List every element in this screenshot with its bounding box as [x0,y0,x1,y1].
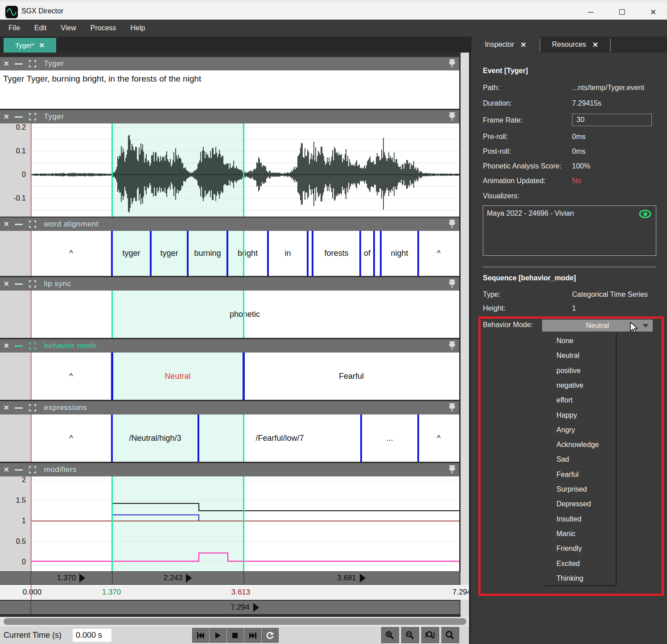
skip-to-start-button[interactable] [192,628,209,643]
close-track-icon[interactable]: ✕ [4,466,9,474]
frame-rate-input[interactable]: 30 [572,114,652,126]
segment-divider[interactable] [373,231,375,276]
segment-divider[interactable] [267,231,269,276]
close-button[interactable]: ✕ [643,7,663,18]
segment-label[interactable]: tyger [151,231,188,276]
play-segment-icon[interactable] [253,603,259,612]
tab-resources[interactable]: Resources✕ [540,37,610,53]
selection-boundary-line[interactable] [243,476,244,571]
option-positive[interactable]: positive [545,363,616,378]
horizontal-scrollbar[interactable] [0,617,469,627]
segment-divider[interactable] [360,414,362,462]
track-content-expressions[interactable]: ^/Neutral/high/3/Fearful/low/7...^ [0,414,459,462]
segment-divider[interactable] [187,231,189,276]
collapse-track-icon[interactable] [15,345,23,347]
segment-divider[interactable] [111,414,113,462]
zoom-fit-button[interactable] [421,627,439,643]
segment-divider[interactable] [417,231,419,276]
zoom-in-button[interactable] [381,627,399,643]
close-track-icon[interactable]: ✕ [4,113,9,121]
segment-divider[interactable] [380,231,382,276]
play-button[interactable] [210,628,226,643]
playhead-line[interactable] [31,414,32,462]
collapse-track-icon[interactable] [15,224,23,225]
option-negative[interactable]: negative [545,378,616,393]
chevron-down-icon[interactable] [642,324,649,328]
option-manic[interactable]: Manic [545,526,616,541]
zoom-out-button[interactable] [401,627,419,643]
timeline-segments-row[interactable]: 1.3702.2433.681 [0,572,469,584]
segment-divider[interactable] [111,353,113,400]
option-depressed[interactable]: Depressed [545,496,616,511]
segment-label[interactable]: ^ [30,353,112,400]
option-insulted[interactable]: Insulted [545,512,616,526]
segment-divider[interactable] [417,414,419,462]
zoom-button[interactable] [441,627,459,643]
pin-icon[interactable] [449,341,456,351]
visualizer-item[interactable]: Maya 2022 - 24696 - Vivian [487,209,574,217]
minimize-button[interactable]: ─ [581,7,601,18]
close-track-icon[interactable]: ✕ [4,342,9,350]
selection-boundary-line[interactable] [243,414,244,462]
selection-boundary-line[interactable] [111,476,113,571]
vertical-scrollbar[interactable] [461,53,469,644]
close-track-icon[interactable]: ✕ [4,60,9,68]
track-content-modifiers[interactable]: 21.510.50 [0,476,459,571]
segment-label[interactable]: bright [227,231,268,276]
segment-divider[interactable] [243,353,245,400]
playhead-line[interactable] [31,585,32,600]
maximize-button[interactable]: ☐ [612,7,632,18]
pin-icon[interactable] [449,112,456,122]
pin-icon[interactable] [449,219,456,229]
menu-view[interactable]: View [58,23,78,33]
track-content-behavior-mode[interactable]: ^NeutralFearful [0,353,459,400]
segment-divider[interactable] [226,231,228,276]
panel-divider[interactable] [469,37,471,644]
segment-label[interactable]: /Fearful/low/7 [198,414,361,462]
pin-icon[interactable] [449,403,456,413]
timeline-cell[interactable]: 3.681 [243,572,459,584]
segment-label[interactable]: phonetic [30,291,459,338]
segment-label[interactable]: of [360,231,374,276]
timeline-cell[interactable]: 2.243 [112,572,243,584]
play-segment-icon[interactable] [360,574,366,582]
current-time-input[interactable]: 0.000 s [73,629,111,642]
collapse-track-icon[interactable] [15,283,23,285]
close-track-icon[interactable]: ✕ [4,404,9,412]
collapse-track-icon[interactable] [15,63,23,65]
tab-close-icon[interactable]: ✕ [593,41,598,49]
close-track-icon[interactable]: ✕ [4,280,9,288]
playhead-line[interactable] [31,353,32,400]
pin-icon[interactable] [449,279,456,289]
playhead-line[interactable] [31,123,32,217]
loop-button[interactable] [262,628,279,643]
track-content-Tyger[interactable]: 0.20.10-0.1 [0,123,459,217]
option-neutral[interactable]: Neutral [545,348,616,363]
track-content-lip-sync[interactable]: phonetic [0,291,459,338]
option-friendly[interactable]: Friendly [545,541,616,556]
tab-tyger[interactable]: Tyger* ✕ [4,38,56,53]
playhead-line[interactable] [31,476,32,571]
collapse-track-icon[interactable] [15,469,23,471]
segment-divider[interactable] [307,231,309,276]
segment-label[interactable]: night [381,231,418,276]
menu-edit[interactable]: Edit [32,23,49,33]
option-excited[interactable]: Excited [545,556,616,571]
segment-divider[interactable] [111,231,113,276]
option-none[interactable]: None [545,333,616,348]
menu-help[interactable]: Help [128,23,148,33]
segment-label[interactable]: tyger [112,231,151,276]
pin-icon[interactable] [449,59,456,69]
tab-close-icon[interactable]: ✕ [39,41,45,49]
time-axis[interactable]: 0.0001.3703.6137.294 [0,585,469,600]
segment-label[interactable]: ... [361,414,418,462]
track-content-word-alignment[interactable]: ^tygertygerburningbrightinforestsofnight… [0,231,459,276]
selection-boundary-line[interactable] [111,291,113,338]
selection-boundary-line[interactable] [111,123,113,217]
timeline-total-row[interactable]: 7.294 [0,601,469,614]
skip-to-end-button[interactable] [244,628,261,643]
option-surprised[interactable]: Surprised [545,482,616,496]
segment-divider[interactable] [150,231,152,276]
option-fearful[interactable]: Fearful [545,467,616,482]
segment-divider[interactable] [359,231,361,276]
